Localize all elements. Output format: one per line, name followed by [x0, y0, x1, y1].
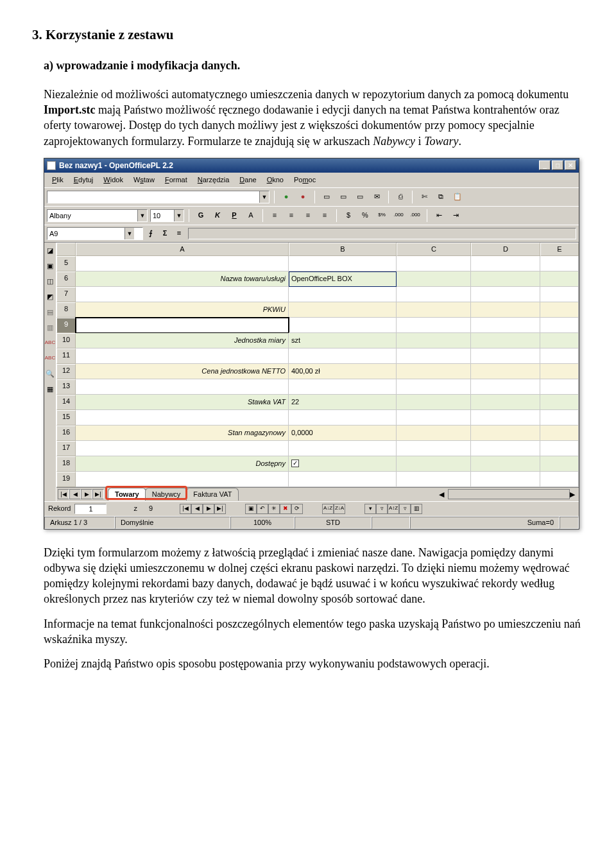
align-left-icon[interactable]: ≡: [268, 209, 282, 223]
column-header[interactable]: B: [289, 243, 397, 256]
sort-asc-icon[interactable]: A↓Z: [322, 504, 334, 514]
print-icon[interactable]: ⎙: [393, 190, 407, 204]
formula-input[interactable]: [188, 228, 576, 239]
row-header[interactable]: 10: [56, 333, 76, 348]
cell-empty[interactable]: [397, 333, 471, 348]
rec-prev-icon[interactable]: ◀: [191, 504, 203, 514]
cell-value[interactable]: [289, 302, 397, 318]
cell-empty[interactable]: [471, 302, 540, 318]
strike-icon[interactable]: A: [244, 209, 258, 223]
insert-icon[interactable]: ◪: [44, 245, 56, 257]
datasource-icon[interactable]: ▥: [411, 504, 422, 514]
cell-label[interactable]: [76, 410, 289, 426]
corner-header[interactable]: [56, 243, 76, 256]
shapes-icon[interactable]: ▣: [44, 261, 56, 272]
cell-empty[interactable]: [540, 441, 579, 456]
row-header[interactable]: 15: [56, 410, 76, 426]
status-zoom[interactable]: 100%: [230, 517, 295, 529]
row-header[interactable]: 9: [56, 318, 76, 333]
save-icon[interactable]: ▭: [353, 190, 367, 204]
cell-label[interactable]: Cena jednostkowa NETTO: [76, 364, 289, 379]
row-header[interactable]: 11: [56, 348, 76, 364]
cell-empty[interactable]: [540, 256, 579, 271]
cell-value[interactable]: 400,00 zł: [289, 364, 397, 379]
stop-icon[interactable]: ●: [279, 190, 293, 204]
row-header[interactable]: 17: [56, 441, 76, 456]
mail-icon[interactable]: ✉: [370, 190, 384, 204]
sum-icon[interactable]: Σ: [160, 228, 170, 238]
rec-save-icon[interactable]: ▣: [245, 504, 257, 514]
cell-empty[interactable]: [540, 348, 579, 364]
cell-empty[interactable]: [397, 379, 471, 395]
cell-empty[interactable]: [471, 472, 540, 487]
autospell-icon[interactable]: ABC: [44, 353, 56, 365]
font-name-input[interactable]: [47, 210, 137, 221]
cell-value[interactable]: 22: [289, 395, 397, 410]
percent-icon[interactable]: %: [358, 209, 372, 223]
cell-empty[interactable]: [540, 271, 579, 287]
tab-prev-icon[interactable]: ◀: [69, 489, 81, 499]
cell-empty[interactable]: [397, 441, 471, 456]
cell-value[interactable]: ✓: [289, 456, 397, 472]
dec-indent-icon[interactable]: ⇤: [432, 209, 446, 223]
menu-plik[interactable]: Plik: [48, 174, 67, 186]
dropdown-icon[interactable]: ▼: [259, 191, 269, 203]
cell-value[interactable]: [289, 379, 397, 395]
cell-empty[interactable]: [540, 456, 579, 472]
currency-icon[interactable]: $: [341, 209, 355, 223]
cell-value[interactable]: [289, 472, 397, 487]
menu-dane[interactable]: Dane: [235, 174, 260, 186]
underline-icon[interactable]: P: [227, 209, 241, 223]
cell-value[interactable]: [289, 287, 397, 302]
sort-az-icon[interactable]: A↕Z: [388, 504, 399, 514]
rec-delete-icon[interactable]: ✖: [280, 504, 291, 514]
cell-empty[interactable]: [540, 472, 579, 487]
cell-empty[interactable]: [540, 364, 579, 379]
hscroll-right-icon[interactable]: ▶: [570, 490, 579, 499]
inc-indent-icon[interactable]: ⇥: [449, 209, 463, 223]
row-header[interactable]: 7: [56, 287, 76, 302]
cell-empty[interactable]: [397, 410, 471, 426]
cell-reference-input[interactable]: [47, 228, 124, 239]
function-wizard-icon[interactable]: ⨍: [146, 228, 156, 238]
dropdown-icon[interactable]: ▼: [124, 228, 134, 239]
rec-next-icon[interactable]: ▶: [203, 504, 214, 514]
row-header[interactable]: 18: [56, 456, 76, 472]
open-icon[interactable]: ▭: [336, 190, 350, 204]
align-right-icon[interactable]: ≡: [301, 209, 315, 223]
tab-towary[interactable]: Towary: [108, 488, 146, 501]
cell-empty[interactable]: [471, 410, 540, 426]
cell-value[interactable]: [289, 441, 397, 456]
record-icon[interactable]: ●: [296, 190, 310, 204]
menu-edytuj[interactable]: Edytuj: [70, 174, 98, 186]
cell-label[interactable]: Stan magazynowy: [76, 426, 289, 441]
cell-empty[interactable]: [540, 287, 579, 302]
cell-empty[interactable]: [471, 348, 540, 364]
menu-pomoc[interactable]: Pomoc: [290, 174, 320, 186]
new-doc-icon[interactable]: ▭: [320, 190, 334, 204]
cell-label[interactable]: [76, 256, 289, 271]
cell-label[interactable]: [76, 472, 289, 487]
filter-icon[interactable]: ▿: [376, 504, 388, 514]
tab-next-icon[interactable]: ▶: [81, 489, 92, 499]
row-header[interactable]: 13: [56, 379, 76, 395]
italic-icon[interactable]: K: [210, 209, 225, 223]
record-current[interactable]: 1: [74, 504, 107, 514]
inc-decimal-icon[interactable]: .000: [391, 209, 406, 223]
spellcheck-icon[interactable]: ABC: [44, 338, 56, 349]
cell-empty[interactable]: [540, 302, 579, 318]
cell-empty[interactable]: [540, 318, 579, 333]
cell-value[interactable]: 0,0000: [289, 426, 397, 441]
cell-empty[interactable]: [471, 364, 540, 379]
row-header[interactable]: 6: [56, 271, 76, 287]
cell-label[interactable]: PKWiU: [76, 302, 289, 318]
cell-empty[interactable]: [471, 441, 540, 456]
close-button[interactable]: ✕: [565, 160, 576, 170]
dropdown-icon[interactable]: ▼: [137, 210, 147, 221]
column-header[interactable]: E: [540, 243, 579, 256]
dropdown-icon[interactable]: ▼: [174, 210, 184, 221]
cell-label[interactable]: [76, 287, 289, 302]
font-name-combo[interactable]: ▼: [47, 209, 148, 222]
cell-label[interactable]: [76, 379, 289, 395]
cell-empty[interactable]: [540, 379, 579, 395]
